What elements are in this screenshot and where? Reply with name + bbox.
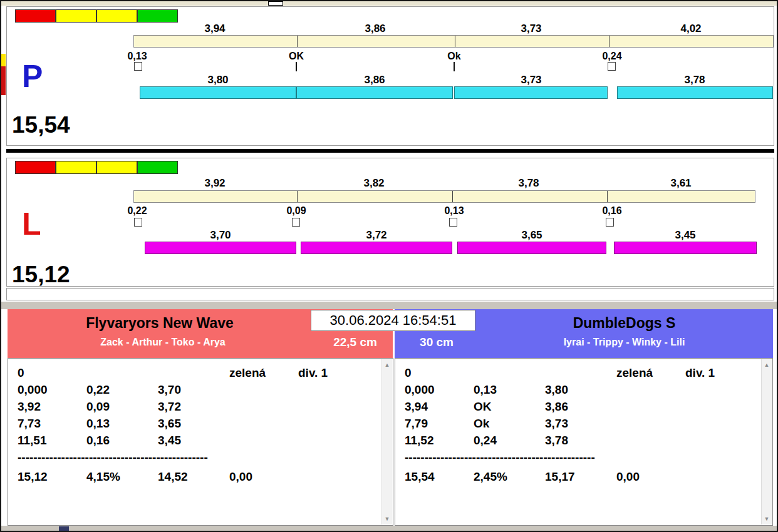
cell: 11,51: [18, 432, 86, 449]
dog-run-time: 3,72: [339, 229, 414, 242]
separator-band: [1, 302, 777, 309]
traffic-light-yellow-2: [96, 161, 137, 174]
timestamp: 30.06.2024 16:54:51: [311, 310, 475, 331]
change-time: 0,09: [274, 205, 318, 217]
light-status: zelená: [616, 364, 685, 381]
scroll-down-icon[interactable]: ▼: [382, 514, 392, 524]
summary-row: 15,12 4,15% 14,52 0,00: [8, 468, 393, 485]
cell: 3,73: [545, 415, 616, 432]
result-row: 7,73 0,13 3,65: [8, 415, 393, 432]
dog-run-time: 3,73: [494, 74, 569, 86]
split-time: 4,02: [653, 23, 729, 35]
total-time: 15,12: [18, 468, 86, 485]
division: div. 1: [298, 364, 393, 381]
run-bar-segment: [617, 86, 773, 99]
dog-run-time: 3,65: [494, 229, 569, 242]
cell: 0,09: [86, 398, 158, 415]
dashed-line: ----------------------------------------…: [405, 449, 772, 466]
change-checkbox[interactable]: [292, 218, 300, 227]
net-time: 15,17: [545, 468, 616, 485]
bar-divider: [609, 36, 609, 47]
bar-divider: [455, 36, 455, 47]
lane-letter-p: P: [22, 61, 43, 92]
traffic-light-red: [15, 9, 56, 23]
cell: OK: [474, 398, 545, 415]
dog-run-time: 3,78: [657, 74, 732, 86]
taskbar-fragment: [59, 526, 69, 531]
traffic-light-yellow-2: [96, 9, 137, 23]
result-row: 3,92 0,09 3,72: [8, 398, 393, 415]
lane-divider: [6, 149, 774, 153]
scroll-up-icon[interactable]: ▲: [762, 360, 772, 370]
change-time: 0,24: [590, 51, 634, 62]
result-row: 11,51 0,16 3,45: [8, 432, 393, 449]
result-row: 3,94 OK 3,86: [395, 398, 772, 415]
lane-total-p: 15,54: [12, 113, 70, 136]
top-edge-strip: [1, 1, 777, 6]
total-time: 15,54: [405, 468, 474, 485]
lane-letter-l: L: [22, 208, 41, 240]
team-name: DumbleDogs S: [475, 315, 773, 332]
result-row: 11,52 0,24 3,78: [395, 432, 772, 449]
scrollbar[interactable]: ▲ ▼: [761, 359, 772, 524]
traffic-light-yellow-1: [56, 9, 96, 23]
jump-height: 30 cm: [402, 335, 471, 349]
cell: 3,78: [545, 432, 616, 449]
run-bar-segment: [296, 86, 453, 99]
cell: 3,45: [158, 432, 229, 449]
team-name: Flyvaryors New Wave: [8, 315, 312, 332]
change-time: 0,22: [115, 205, 159, 217]
bar-divider: [452, 191, 453, 202]
scroll-up-icon[interactable]: ▲: [382, 360, 392, 370]
percent: 4,15%: [86, 468, 158, 485]
change-time: OK: [274, 51, 318, 62]
change-checkbox[interactable]: [608, 62, 616, 71]
empty-row: [6, 288, 774, 300]
dog-run-time: 3,80: [180, 74, 256, 86]
division: div. 1: [685, 364, 772, 381]
timing-app-window: P 3,94 3,86 3,73 4,02 0,13 OK Ok 0,24 3,…: [0, 0, 778, 532]
traffic-light-yellow-1: [56, 161, 96, 174]
scrollbar[interactable]: ▲ ▼: [381, 359, 392, 524]
jump-height: 22,5 cm: [324, 335, 386, 349]
lane-panel-p: P 3,94 3,86 3,73 4,02 0,13 OK Ok 0,24 3,…: [6, 6, 774, 146]
net-time: 14,52: [158, 468, 229, 485]
split-time: 3,86: [338, 23, 413, 35]
bar-divider: [607, 191, 608, 202]
tick-mark: [454, 62, 455, 71]
cell: 0,22: [86, 381, 158, 398]
cell: 7,79: [405, 415, 474, 432]
dog-run-time: 3,45: [648, 229, 723, 242]
cell: 0,13: [86, 415, 158, 432]
penalty-time: 0,00: [229, 468, 298, 485]
split-bar: [133, 35, 774, 48]
run-bar-segment: [145, 242, 296, 254]
traffic-light-red: [15, 161, 56, 174]
split-time: 3,94: [177, 23, 252, 35]
lane-panel-l: L 3,92 3,82 3,78 3,61 0,22 0,09 0,13 0,1…: [6, 158, 774, 287]
separator-row: ----------------------------------------…: [395, 449, 772, 466]
change-checkbox[interactable]: [134, 62, 142, 71]
cell: 0,16: [86, 432, 158, 449]
cell: 0,000: [405, 381, 474, 398]
split-time: 3,78: [491, 177, 566, 190]
change-checkbox[interactable]: [134, 218, 142, 227]
traffic-light-green: [137, 161, 178, 174]
result-row: 7,79 Ok 3,73: [395, 415, 772, 432]
cell: 3,80: [545, 381, 616, 398]
scroll-down-icon[interactable]: ▼: [762, 514, 772, 524]
split-time: 3,73: [494, 23, 569, 35]
change-time: 0,13: [115, 51, 159, 62]
change-checkbox[interactable]: [606, 218, 614, 227]
cell: 3,65: [158, 415, 229, 432]
run-bar-segment: [454, 86, 608, 99]
change-checkbox[interactable]: [449, 218, 457, 227]
dog-run-time: 3,86: [337, 74, 412, 86]
info-row: 0 zelená div. 1: [395, 364, 772, 381]
edge-fragment-yellow: [1, 54, 6, 66]
bottom-band: [1, 526, 777, 532]
split-time: 3,82: [336, 177, 412, 190]
info-row: 0 zelená div. 1: [8, 364, 393, 381]
split-bar: [133, 190, 755, 203]
traffic-light-green: [137, 9, 178, 23]
